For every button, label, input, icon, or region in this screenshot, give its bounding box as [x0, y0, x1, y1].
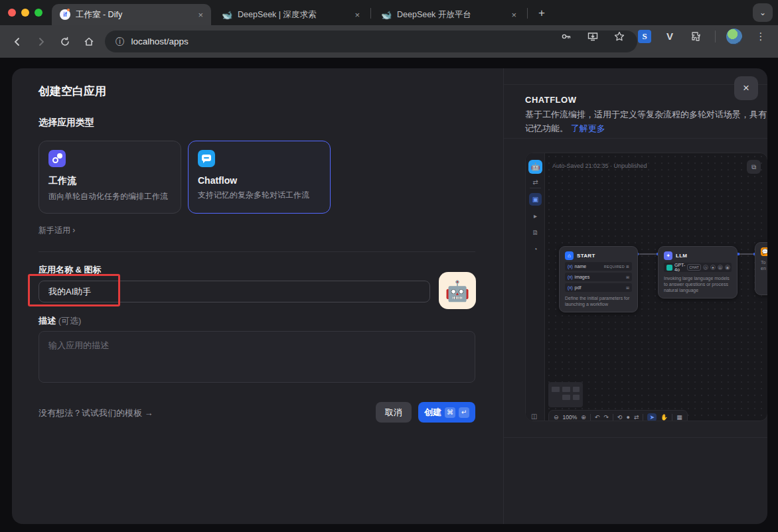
tab-dify[interactable]: if 工作室 - Dify ×: [52, 4, 211, 25]
loop-icon: ⇄: [634, 414, 639, 421]
hand-tool-icon: ✋: [661, 414, 668, 421]
zoom-out-icon: ⊖: [554, 414, 559, 421]
tab-title: DeepSeek 开放平台: [397, 9, 505, 21]
home-icon[interactable]: [80, 33, 98, 51]
app-description-textarea[interactable]: [39, 331, 475, 383]
deepseek-favicon: 🐋: [381, 9, 392, 20]
window-close-button[interactable]: [8, 9, 16, 17]
app-type-card-workflow[interactable]: 工作流 面向单轮自动化任务的编排工作流: [39, 141, 181, 214]
panel-title: CHATFLOW: [525, 95, 576, 105]
tab-title: 工作室 - Dify: [76, 9, 191, 21]
preview-expand-icon: ⧉: [747, 160, 761, 174]
llm-model-chip: GPT-4o CHAT ◷◈▤▣: [664, 263, 732, 272]
annotation-highlight-box: [28, 274, 120, 306]
start-node: ⌂ START (x) name REQUIRED⊞ (x) images ⊞: [559, 246, 638, 312]
url-text: localhost/apps: [131, 36, 189, 46]
window-zoom-button[interactable]: [35, 9, 42, 17]
browser-chrome: if 工作室 - Dify × 🐋 DeepSeek | 深度求索 × 🐋 De…: [0, 0, 778, 58]
tab-search-chevron-icon[interactable]: ⌄: [753, 3, 773, 22]
tab-close-icon[interactable]: ×: [353, 10, 361, 20]
menu-kebab-icon[interactable]: ⋮: [753, 29, 769, 44]
install-app-icon[interactable]: [585, 29, 601, 44]
forward-icon[interactable]: [32, 33, 50, 51]
tab-close-icon[interactable]: ×: [196, 10, 204, 20]
pointer-tool-icon: ➤: [647, 413, 657, 421]
cancel-button[interactable]: 取消: [376, 402, 412, 423]
preview-sidebar-divider: [530, 188, 541, 188]
panel-divider: [504, 84, 767, 85]
toolbar-divider: [715, 31, 716, 42]
modal-title: 创建空白应用: [39, 84, 106, 99]
back-icon[interactable]: [8, 33, 27, 51]
answer-node-clipped: 💬 AN To en: [755, 242, 767, 295]
preview-run-icon: ▸: [529, 210, 542, 222]
panel-divider: [504, 437, 767, 438]
preview-panel-toggle-icon: ◫: [531, 413, 537, 420]
close-modal-button[interactable]: ×: [734, 76, 758, 100]
tab-deepseek-chat[interactable]: 🐋 DeepSeek | 深度求索 ×: [214, 4, 368, 25]
card-description: 支持记忆的复杂多轮对话工作流: [198, 190, 321, 201]
preview-sidebar: 🤖 ⇄ ▣ ▸ 🗎 ◔: [526, 153, 545, 421]
preview-app-avatar: 🤖: [528, 160, 542, 174]
add-node-icon: ●: [626, 414, 629, 421]
tab-deepseek-platform[interactable]: 🐋 DeepSeek 开放平台 ×: [373, 4, 524, 25]
create-app-form: 创建空白应用 选择应用类型 工作流 面向单轮自动化任务的编排工作流 Chatfl…: [12, 68, 503, 524]
extensions-puzzle-icon[interactable]: [688, 29, 704, 44]
organize-icon: ▦: [676, 414, 682, 421]
preview-help-icon: ◔: [529, 243, 542, 255]
browser-toolbar: ⓘ localhost/apps S V ⋮: [0, 25, 778, 58]
llm-node: ✦ LLM GPT-4o CHAT ◷◈▤▣ Invoking large la…: [658, 246, 738, 299]
tab-close-icon[interactable]: ×: [510, 10, 518, 20]
app-icon-emoji-button[interactable]: 🤖: [439, 272, 476, 309]
start-field-images: (x) images ⊞: [565, 273, 632, 281]
password-key-icon[interactable]: [558, 29, 574, 44]
reload-icon[interactable]: [56, 33, 74, 51]
window-minimize-button[interactable]: [21, 9, 29, 17]
preview-swap-icon: ⇄: [529, 176, 542, 188]
card-title: 工作流: [48, 175, 171, 187]
site-info-icon[interactable]: ⓘ: [116, 36, 125, 48]
dify-page-background: 创建空白应用 选择应用类型 工作流 面向单轮自动化任务的编排工作流 Chatfl…: [0, 58, 778, 532]
workflow-icon: [48, 150, 66, 167]
create-app-modal: 创建空白应用 选择应用类型 工作流 面向单轮自动化任务的编排工作流 Chatfl…: [12, 68, 767, 524]
tab-title: DeepSeek | 深度求索: [238, 9, 348, 21]
cmd-key-icon: ⌘: [445, 407, 455, 418]
try-templates-link[interactable]: 没有想法？试试我们的模板 →: [39, 407, 153, 419]
start-field-pdf: (x) pdf ⊞: [565, 283, 632, 292]
tab-separator: [370, 8, 371, 19]
profile-avatar[interactable]: [726, 29, 742, 44]
preview-minimap: [548, 382, 583, 407]
chatflow-icon: [198, 150, 215, 167]
app-type-card-chatflow[interactable]: Chatflow 支持记忆的复杂多轮对话工作流: [188, 141, 331, 214]
history-icon: ⟲: [617, 414, 623, 421]
bookmark-star-icon[interactable]: [611, 29, 627, 44]
description-label: 描述 (可选): [39, 315, 81, 327]
llm-node-description: Invoking large language models to answer…: [664, 275, 732, 293]
chatflow-info-panel: × CHATFLOW 基于工作流编排，适用于定义等复杂流程的多轮对话场景，具有记…: [503, 68, 767, 524]
llm-node-icon: ✦: [664, 251, 672, 260]
tab-separator: [527, 8, 528, 19]
enter-key-icon: ↵: [459, 407, 469, 418]
tab-strip: if 工作室 - Dify × 🐋 DeepSeek | 深度求索 × 🐋 De…: [0, 0, 778, 25]
start-field-name: (x) name REQUIRED⊞: [565, 262, 632, 271]
dify-favicon: if: [60, 9, 70, 20]
deepseek-favicon: 🐋: [222, 9, 232, 20]
preview-orchestrate-icon: ▣: [529, 193, 542, 206]
section-divider: [39, 251, 475, 252]
learn-more-link[interactable]: 了解更多: [571, 123, 605, 133]
beginner-friendly-link[interactable]: 新手适用 ›: [39, 225, 75, 236]
create-button[interactable]: 创建 ⌘ ↵: [418, 402, 475, 423]
autosave-status: Auto-Saved 21:02:35 · Unpublished: [552, 163, 647, 169]
panel-divider: [504, 138, 767, 139]
new-tab-button[interactable]: +: [535, 7, 548, 20]
start-node-description: Define the initial parameters for launch…: [565, 295, 632, 307]
answer-node-icon: 💬: [761, 247, 767, 256]
zoom-in-icon: ⊕: [581, 414, 586, 421]
choose-type-label: 选择应用类型: [39, 117, 94, 129]
extension-s-icon[interactable]: S: [638, 30, 651, 43]
preview-zoom-toolbar: ⊖ 100% ⊕ ↶ ↷ ⟲ ● ⇄ ➤ ✋ ▦: [548, 410, 688, 421]
undo-icon: ↶: [595, 414, 600, 421]
address-bar[interactable]: ⓘ localhost/apps: [105, 31, 637, 52]
extension-v-icon[interactable]: V: [662, 29, 678, 44]
redo-icon: ↷: [603, 414, 609, 421]
